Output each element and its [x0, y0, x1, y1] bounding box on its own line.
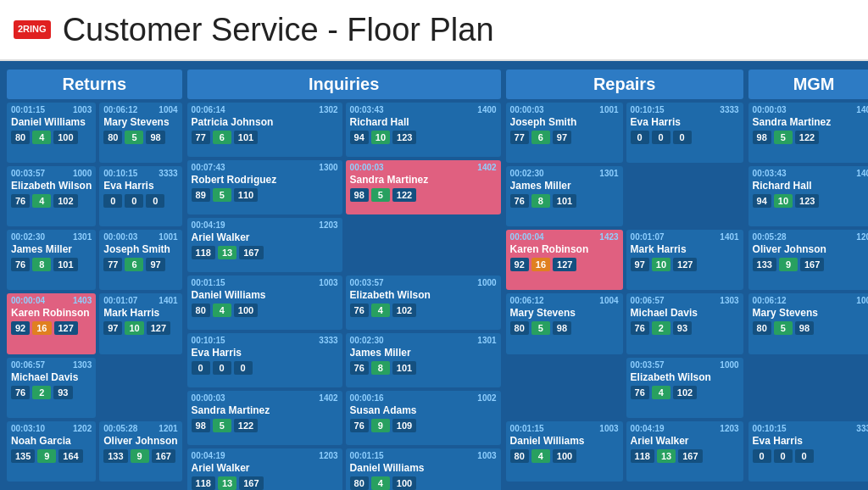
agent-card: 00:02:30 1301 James Miller 76 8 101	[7, 230, 96, 290]
agent-card: 00:04:19 1203 Ariel Walker 118 13 167	[626, 421, 743, 482]
agent-card: 00:05:28 1201 Oliver Johnson 133 9 167	[748, 230, 868, 290]
agent-card: 00:07:43 1300 Robert Rodriguez 89 5 110	[187, 160, 342, 214]
agent-card: 00:00:03 1001 Joseph Smith 77 6 97	[99, 230, 181, 290]
repairs-section: Repairs 00:00:03 1001 Joseph Smith 77 6 …	[506, 70, 743, 482]
agent-card: 00:01:15 1003 Daniel Williams 80 4 100	[187, 276, 342, 330]
agent-card: 00:02:30 1301 James Miller 76 8 101	[506, 166, 623, 226]
agent-card: 00:01:15 1003 Daniel Williams 80 4 100	[346, 448, 501, 490]
agent-card: 00:00:04 1403 Karen Robinson 92 16 127	[7, 293, 96, 354]
agent-card: 00:03:10 1202 Noah Garcia 135 9 164	[7, 421, 96, 482]
repairs-grid: 00:00:03 1001 Joseph Smith 77 6 97 00:10…	[506, 103, 743, 482]
agent-card: 00:03:57 1000 Elizabeth Wilson 76 4 102	[346, 276, 501, 330]
returns-header: Returns	[7, 70, 182, 99]
empty-card	[99, 358, 181, 418]
empty-card	[506, 358, 623, 418]
card-top: 00:01:15 1003	[11, 105, 92, 114]
agent-card: 00:06:57 1303 Michael Davis 76 2 93	[626, 293, 743, 354]
agent-card: 00:10:15 3333 Eva Harris 0 0 0	[187, 333, 342, 387]
agent-card: 00:06:12 1004 Mary Stevens 80 5 98	[506, 293, 623, 354]
agent-card: 00:10:15 3333 Eva Harris 0 0 0	[748, 421, 868, 482]
agent-card: 00:10:15 3333 Eva Harris 0 0 0	[626, 103, 743, 163]
agent-card: 00:02:30 1301 James Miller 76 8 101	[346, 333, 501, 387]
inquiries-grid: 00:06:14 1302 Patricia Johnson 77 6 101 …	[187, 103, 501, 490]
agent-card: 00:00:03 1402 Sandra Martinez 98 5 122	[748, 103, 868, 163]
agent-card: 00:00:03 1402 Sandra Martinez 98 5 122	[346, 160, 501, 214]
empty-card	[748, 358, 868, 418]
agent-card: 00:10:15 3333 Eva Harris 0 0 0	[99, 166, 181, 226]
inquiries-header: Inquiries	[187, 70, 501, 99]
agent-card: 00:04:19 1203 Ariel Walker 118 13 167	[187, 448, 342, 490]
header: 2RING Customer Service - Floor Plan	[0, 0, 868, 61]
agent-card: 00:06:57 1303 Michael Davis 76 2 93	[7, 358, 96, 418]
agent-card: 00:06:14 1302 Patricia Johnson 77 6 101	[187, 103, 342, 157]
agent-card: 00:01:07 1401 Mark Harris 97 10 127	[626, 230, 743, 290]
page-title: Customer Service - Floor Plan	[63, 12, 494, 48]
agent-card: 00:00:03 1402 Sandra Martinez 98 5 122	[187, 391, 342, 445]
agent-card: 00:03:43 1400 Richard Hall 94 10 123	[748, 166, 868, 226]
mgm-header: MGM	[748, 70, 868, 99]
empty-card	[346, 218, 501, 272]
agent-card: 00:01:15 1003 Daniel Williams 80 4 100	[506, 421, 623, 482]
agent-card: 00:06:12 1004 Mary Stevens 80 5 98	[748, 293, 868, 354]
mgm-section: MGM 00:00:03 1402 Sandra Martinez 98 5 1…	[748, 70, 868, 482]
agent-card: 00:00:16 1002 Susan Adams 76 9 109	[346, 391, 501, 445]
agent-card: 00:03:57 1000 Elizabeth Wilson 76 4 102	[7, 166, 96, 226]
returns-section: Returns 00:01:15 1003 Daniel Williams 80…	[7, 70, 182, 482]
agent-card: 00:03:43 1400 Richard Hall 94 10 123	[346, 103, 501, 157]
agent-card: 00:04:19 1203 Ariel Walker 118 13 167	[187, 218, 342, 272]
returns-grid: 00:01:15 1003 Daniel Williams 80 4 100 0…	[7, 103, 182, 482]
agent-card: 00:00:03 1001 Joseph Smith 77 6 97	[506, 103, 623, 163]
mgm-grid: 00:00:03 1402 Sandra Martinez 98 5 122 0…	[748, 103, 868, 482]
main-content: Returns 00:01:15 1003 Daniel Williams 80…	[0, 61, 868, 490]
empty-card	[626, 166, 743, 226]
repairs-header: Repairs	[506, 70, 743, 99]
agent-card: 00:05:28 1201 Oliver Johnson 133 9 167	[99, 421, 181, 482]
agent-card: 00:01:07 1401 Mark Harris 97 10 127	[99, 293, 181, 354]
agent-card: 00:01:15 1003 Daniel Williams 80 4 100	[7, 103, 96, 163]
agent-card: 00:00:04 1423 Karen Robinson 92 16 127	[506, 230, 623, 290]
agent-card: 00:06:12 1004 Mary Stevens 80 5 98	[99, 103, 181, 163]
agent-card: 00:03:57 1000 Elizabeth Wilson 76 4 102	[626, 358, 743, 418]
logo: 2RING	[14, 20, 51, 38]
inquiries-section: Inquiries 00:06:14 1302 Patricia Johnson…	[187, 70, 501, 482]
